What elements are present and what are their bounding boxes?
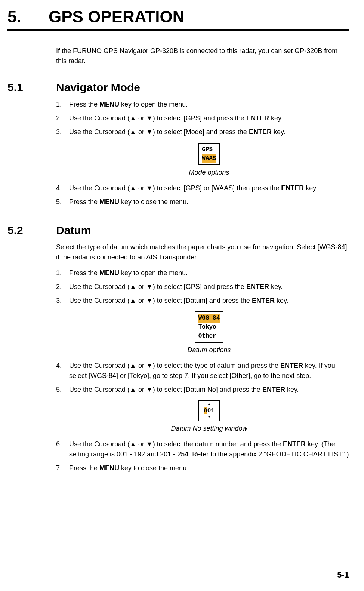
down-triangle-icon — [146, 184, 153, 192]
step-text: or — [136, 440, 146, 448]
step-item: Use the Cursorpad ( or ) to select [GPS]… — [56, 282, 349, 292]
up-triangle-icon — [130, 128, 136, 136]
up-triangle-icon — [204, 403, 215, 406]
step-item: Use the Cursorpad ( or ) to select [Mode… — [56, 127, 349, 178]
option-gps: GPS — [202, 145, 216, 154]
step-text: ) to select [Mode] and press the — [153, 128, 249, 136]
step-item: Use the Cursorpad ( or ) to select [GPS]… — [56, 183, 349, 193]
key-label: ENTER — [283, 440, 306, 448]
up-triangle-icon — [130, 440, 136, 448]
intro-paragraph: If the FURUNO GPS Navigator GP-320B is c… — [56, 46, 349, 66]
step-item: Press the MENU key to close the menu. — [56, 197, 349, 207]
datum-options-box: WGS-84 Tokyo Other — [195, 311, 224, 343]
down-triangle-icon — [146, 440, 153, 448]
step-text: Press the — [69, 269, 99, 277]
step-text: Press the — [69, 464, 99, 472]
step-text: Use the Cursorpad ( — [69, 362, 130, 369]
step-item: Use the Cursorpad ( or ) to select the t… — [56, 361, 349, 381]
step-text: or — [136, 362, 146, 369]
option-other: Other — [198, 332, 220, 341]
down-triangle-icon — [204, 415, 215, 419]
key-label: MENU — [99, 464, 119, 472]
figure-caption: Mode options — [69, 167, 349, 178]
step-item: Use the Cursorpad ( or ) to select [Datu… — [56, 296, 349, 355]
mode-options-box: GPS WAAS — [198, 143, 220, 165]
step-text: Use the Cursorpad ( — [69, 283, 130, 290]
chapter-header: 5. GPS OPERATION — [7, 7, 349, 31]
key-label: ENTER — [280, 362, 303, 369]
step-text: Press the — [69, 198, 99, 206]
step-list: Press the MENU key to open the menu. Use… — [56, 268, 349, 473]
step-item: Use the Cursorpad ( or ) to select [Datu… — [56, 385, 349, 434]
step-text: key. — [272, 128, 286, 136]
step-list: Press the MENU key to open the menu. Use… — [56, 99, 349, 207]
down-triangle-icon — [146, 128, 153, 136]
figure-caption: Datum No setting window — [69, 424, 349, 434]
section-navigator-mode: 5.1 Navigator Mode Press the MENU key to… — [56, 81, 349, 207]
step-text: key to open the menu. — [119, 101, 188, 108]
step-text: key. — [275, 297, 289, 304]
up-triangle-icon — [130, 386, 136, 393]
step-text: ) to select [GPS] and press the — [153, 283, 246, 290]
section-intro: Select the type of datum which matches t… — [56, 242, 349, 262]
option-wgs84: WGS-84 — [198, 314, 220, 323]
key-label: MENU — [99, 198, 119, 206]
step-text: ) to select [GPS] or [WAAS] then press t… — [153, 184, 281, 192]
step-item: Press the MENU key to open the menu. — [56, 268, 349, 278]
step-item: Press the MENU key to open the menu. — [56, 99, 349, 110]
down-triangle-icon — [146, 283, 153, 290]
step-item: Press the MENU key to close the menu. — [56, 463, 349, 473]
key-label: ENTER — [262, 386, 285, 393]
step-text: ) to select the type of datum and press … — [153, 362, 280, 369]
step-text: key to open the menu. — [119, 269, 188, 277]
step-text: key. — [269, 283, 283, 290]
section-header: 5.1 Navigator Mode — [7, 81, 349, 94]
step-item: Use the Cursorpad ( or ) to select the d… — [56, 439, 349, 459]
step-text: Use the Cursorpad ( — [69, 128, 130, 136]
up-triangle-icon — [130, 184, 136, 192]
down-triangle-icon — [146, 114, 153, 122]
datum-no-box: 001 — [198, 400, 220, 421]
step-text: key. — [304, 184, 318, 192]
step-text: or — [136, 283, 146, 290]
up-triangle-icon — [130, 297, 136, 304]
datum-no-value: 001 — [204, 406, 215, 415]
page-number: 5-1 — [337, 570, 349, 580]
key-label: ENTER — [252, 297, 275, 304]
key-label: ENTER — [246, 114, 269, 122]
step-text: ) to select [Datum No] and press the — [153, 386, 262, 393]
section-header: 5.2 Datum — [7, 224, 349, 237]
down-triangle-icon — [146, 297, 153, 304]
section-title: Datum — [56, 224, 91, 237]
step-text: Use the Cursorpad ( — [69, 440, 130, 448]
step-text: ) to select [Datum] and press the — [153, 297, 252, 304]
option-tokyo: Tokyo — [198, 323, 220, 332]
step-text: Use the Cursorpad ( — [69, 184, 130, 192]
section-datum: 5.2 Datum Select the type of datum which… — [56, 224, 349, 473]
step-text: Use the Cursorpad ( — [69, 386, 130, 393]
step-text: key. — [285, 386, 299, 393]
figure-datum-options: WGS-84 Tokyo Other Datum options — [69, 311, 349, 355]
step-text: or — [136, 297, 146, 304]
step-text: ) to select the datum number and press t… — [153, 440, 283, 448]
figure-mode-options: GPS WAAS Mode options — [69, 143, 349, 178]
chapter-title: GPS OPERATION — [49, 7, 184, 26]
section-number: 5.2 — [7, 224, 56, 237]
step-text: key. — [269, 114, 283, 122]
step-text: Use the Cursorpad ( — [69, 114, 130, 122]
up-triangle-icon — [130, 114, 136, 122]
figure-datum-no: 001 Datum No setting window — [69, 400, 349, 434]
chapter-number: 5. — [7, 7, 49, 26]
section-title: Navigator Mode — [56, 81, 140, 94]
key-label: ENTER — [249, 128, 272, 136]
key-label: ENTER — [246, 283, 269, 290]
step-text: or — [136, 184, 146, 192]
step-text: or — [136, 386, 146, 393]
figure-caption: Datum options — [69, 345, 349, 355]
step-text: ) to select [GPS] and press the — [153, 114, 246, 122]
step-text: Use the Cursorpad ( — [69, 297, 130, 304]
step-text: Press the — [69, 101, 99, 108]
step-text: key to close the menu. — [119, 198, 188, 206]
section-number: 5.1 — [7, 81, 56, 94]
down-triangle-icon — [146, 386, 153, 393]
